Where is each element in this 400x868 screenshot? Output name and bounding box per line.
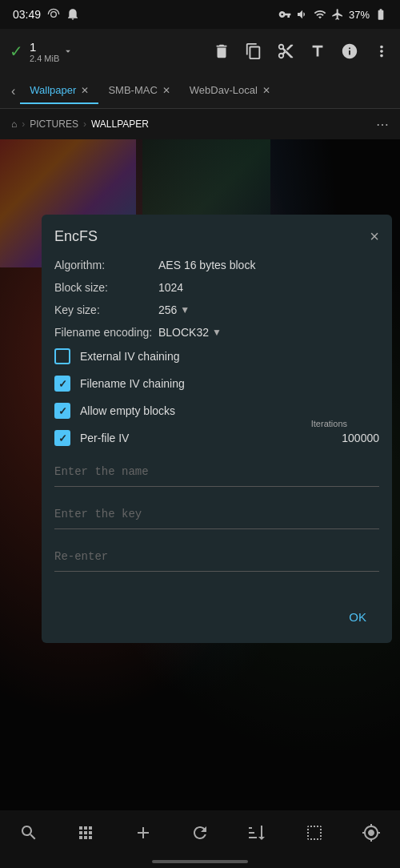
select-icon[interactable] [305, 823, 324, 842]
key-size-label: Key size: [54, 303, 158, 316]
external-iv-chaining-row[interactable]: External IV chaining [54, 348, 379, 364]
check-icon: ✓ [10, 42, 23, 61]
key-size-dropdown-icon: ▼ [180, 304, 190, 315]
delete-icon[interactable] [213, 42, 230, 60]
refresh-icon[interactable] [190, 823, 210, 842]
key-size-value: 256 [158, 303, 177, 316]
add-icon[interactable] [134, 823, 153, 842]
filename-encoding-dropdown-icon: ▼ [212, 327, 222, 338]
name-input-group [54, 457, 379, 490]
selected-size: 2.4 MiB [30, 54, 59, 63]
reenter-input-group [54, 542, 379, 575]
status-bar: 03:49 37% [0, 0, 400, 29]
tab-webdav-local[interactable]: WebDav-Local ✕ [180, 78, 280, 104]
filename-encoding-label: Filename encoding: [54, 326, 158, 339]
allow-empty-blocks-checkbox[interactable]: ✓ [54, 403, 70, 419]
location-icon[interactable] [362, 823, 381, 842]
iterations-label: Iterations [311, 419, 347, 428]
toolbar-actions [213, 42, 390, 60]
iterations-value: 100000 [342, 432, 379, 444]
breadcrumb-pictures[interactable]: PICTURES [30, 119, 78, 130]
battery-percent: 37% [349, 9, 370, 21]
external-iv-chaining-checkbox[interactable] [54, 348, 70, 364]
algorithm-label: Algorithm: [54, 259, 158, 271]
grid-icon[interactable] [76, 823, 95, 842]
notification-icon [66, 8, 79, 21]
toolbar: ✓ 1 2.4 MiB [0, 29, 400, 74]
count-dropdown-icon[interactable] [62, 46, 74, 57]
sort-icon[interactable] [247, 823, 266, 842]
key-size-dropdown[interactable]: 256 ▼ [158, 303, 190, 316]
breadcrumb-current: WALLPAPER [91, 119, 149, 130]
info-icon[interactable] [341, 42, 358, 60]
filename-iv-chaining-checkmark: ✓ [58, 378, 67, 390]
block-size-value: 1024 [158, 281, 183, 294]
dialog-header: EncFS × [42, 215, 392, 255]
more-icon[interactable] [373, 42, 390, 60]
status-right: 37% [278, 8, 387, 21]
per-file-iv-checkbox[interactable]: ✓ [54, 430, 70, 446]
breadcrumb-sep-2: › [83, 119, 86, 130]
ok-button[interactable]: OK [336, 604, 379, 630]
filename-encoding-row: Filename encoding: BLOCK32 ▼ [54, 326, 379, 339]
airplane-icon [331, 8, 344, 21]
key-icon [278, 8, 291, 21]
per-file-iv-section: Iterations ✓ Per-file IV 100000 [54, 430, 379, 446]
breadcrumb-sep-1: › [22, 119, 25, 130]
status-left: 03:49 [13, 8, 79, 21]
tab-smb-mac-label: SMB-MAC [108, 84, 157, 96]
dialog-footer: OK [42, 597, 392, 643]
battery-icon [374, 8, 387, 21]
dialog-close-button[interactable]: × [370, 227, 379, 246]
block-size-row: Block size: 1024 [54, 281, 379, 294]
reenter-input[interactable] [54, 542, 379, 572]
tabs-bar: ‹ Wallpaper ✕ SMB-MAC ✕ WebDav-Local ✕ [0, 74, 400, 109]
per-file-iv-label: Per-file IV [80, 432, 129, 444]
toolbar-count: 1 2.4 MiB [30, 40, 74, 63]
filename-iv-chaining-label: Filename IV chaining [80, 377, 185, 390]
external-iv-chaining-label: External IV chaining [80, 350, 180, 363]
allow-empty-blocks-label: Allow empty blocks [80, 404, 175, 417]
allow-empty-blocks-checkmark: ✓ [58, 405, 67, 417]
dialog-content: Algorithm: AES 16 bytes block Block size… [42, 255, 392, 597]
per-file-iv-checkmark: ✓ [58, 432, 67, 444]
algorithm-value: AES 16 bytes block [158, 259, 255, 271]
mute-icon [296, 8, 309, 21]
tab-webdav-local-close-icon[interactable]: ✕ [262, 85, 270, 96]
tab-scroll-left-icon[interactable]: ‹ [6, 81, 20, 102]
home-bar [152, 860, 248, 863]
name-input[interactable] [54, 457, 379, 487]
wifi-icon [314, 8, 326, 21]
breadcrumb-home[interactable]: ⌂ [11, 119, 17, 130]
filename-iv-chaining-checkbox[interactable]: ✓ [54, 376, 70, 392]
tab-smb-mac-close-icon[interactable]: ✕ [162, 85, 170, 96]
tab-wallpaper-label: Wallpaper [30, 84, 76, 96]
time-display: 03:49 [13, 8, 41, 21]
tab-smb-mac[interactable]: SMB-MAC ✕ [98, 78, 179, 104]
tab-wallpaper[interactable]: Wallpaper ✕ [20, 78, 98, 104]
breadcrumb-more-icon[interactable]: ⋯ [376, 117, 389, 132]
algorithm-row: Algorithm: AES 16 bytes block [54, 259, 379, 271]
key-input-group [54, 500, 379, 532]
tab-wallpaper-close-icon[interactable]: ✕ [81, 85, 89, 96]
svg-point-0 [51, 12, 57, 18]
key-input[interactable] [54, 500, 379, 529]
per-file-iv-row[interactable]: ✓ Per-file IV 100000 [54, 430, 379, 446]
signal-icon [47, 8, 60, 21]
filename-encoding-dropdown[interactable]: BLOCK32 ▼ [158, 326, 222, 339]
filename-encoding-value: BLOCK32 [158, 326, 209, 339]
allow-empty-blocks-row[interactable]: ✓ Allow empty blocks [54, 403, 379, 419]
breadcrumb: ⌂ › PICTURES › WALLPAPER ⋯ [0, 109, 400, 139]
tab-webdav-local-label: WebDav-Local [190, 84, 258, 96]
copy-icon[interactable] [245, 42, 262, 60]
text-icon[interactable] [309, 42, 326, 60]
cut-icon[interactable] [277, 42, 294, 60]
toolbar-left: ✓ 1 2.4 MiB [10, 40, 210, 63]
key-size-row: Key size: 256 ▼ [54, 303, 379, 316]
selected-count: 1 [30, 40, 36, 54]
filename-iv-chaining-row[interactable]: ✓ Filename IV chaining [54, 376, 379, 392]
dialog-title: EncFS [54, 228, 98, 245]
search-icon[interactable] [19, 823, 38, 842]
block-size-label: Block size: [54, 281, 158, 294]
encfs-dialog: EncFS × Algorithm: AES 16 bytes block Bl… [42, 215, 392, 643]
